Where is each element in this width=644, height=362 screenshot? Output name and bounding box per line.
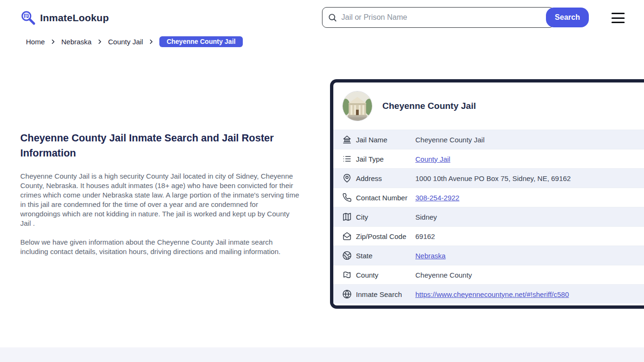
row-label: Jail Type xyxy=(356,155,415,163)
chevron-right-icon xyxy=(148,39,154,45)
chevron-right-icon xyxy=(97,39,103,45)
info-row: County Cheyenne County xyxy=(333,265,644,284)
hamburger-menu-icon[interactable] xyxy=(611,13,625,23)
row-value: 1000 10th Avenue PO Box 75, Sidney, NE, … xyxy=(415,174,571,182)
row-value-link[interactable]: County Jail xyxy=(415,155,450,163)
row-label: Jail Name xyxy=(356,136,415,144)
info-row: Address 1000 10th Avenue PO Box 75, Sidn… xyxy=(333,168,644,188)
page: InmateLookup Search Home Nebraska County… xyxy=(0,0,644,362)
magnifier-document-icon xyxy=(20,10,36,25)
jail-card-title: Cheyenne County Jail xyxy=(382,101,476,111)
row-label: Address xyxy=(356,174,415,182)
page-title: Cheyenne County Jail Inmate Search and J… xyxy=(20,131,303,161)
search-button[interactable]: Search xyxy=(546,8,589,27)
info-row: State Nebraska xyxy=(333,246,644,265)
breadcrumb-link[interactable]: County Jail xyxy=(108,38,143,46)
row-value: Cheyenne County xyxy=(415,271,472,279)
info-row: Jail Name Cheyenne County Jail xyxy=(333,130,644,149)
article: Cheyenne County Jail Inmate Search and J… xyxy=(20,131,303,266)
row-value-link[interactable]: 308-254-2922 xyxy=(415,194,459,202)
jail-building-photo xyxy=(342,91,372,121)
row-label: State xyxy=(356,252,415,260)
landmark-icon xyxy=(342,135,352,144)
county-map-icon xyxy=(342,270,352,280)
breadcrumb: Home Nebraska County Jail Cheyenne Count… xyxy=(26,36,243,47)
row-label: Zip/Postal Code xyxy=(356,232,415,240)
list-icon xyxy=(342,154,352,164)
row-label: Inmate Search xyxy=(356,290,415,298)
row-value: Sidney xyxy=(415,213,437,221)
info-row: Inmate Search https://www.cheyennecounty… xyxy=(333,284,644,304)
footer-strip xyxy=(0,347,644,362)
mail-open-icon xyxy=(342,231,352,241)
row-label: County xyxy=(356,271,415,279)
row-value-link[interactable]: Nebraska xyxy=(415,252,446,260)
intro-paragraph: Cheyenne County Jail is a high security … xyxy=(20,172,299,228)
brand-logo[interactable]: InmateLookup xyxy=(20,10,109,25)
info-row: Zip/Postal Code 69162 xyxy=(333,226,644,246)
summary-paragraph: Below we have given information about th… xyxy=(20,238,299,256)
jail-info-table: Jail Name Cheyenne County Jail Jail Type… xyxy=(333,130,644,304)
globe-icon xyxy=(342,289,352,299)
search-input[interactable] xyxy=(322,7,554,28)
jail-card-header: Cheyenne County Jail xyxy=(333,82,644,130)
map-pin-icon xyxy=(342,173,352,183)
search-bar: Search xyxy=(322,7,589,28)
chevron-right-icon xyxy=(50,39,56,45)
brand-name: InmateLookup xyxy=(40,12,109,24)
info-row: City Sidney xyxy=(333,207,644,226)
row-label: City xyxy=(356,213,415,221)
earth-icon xyxy=(342,251,352,260)
jail-info-card: Cheyenne County Jail Jail Name Cheyenne … xyxy=(330,79,644,309)
map-icon xyxy=(342,212,352,222)
info-row: Contact Number 308-254-2922 xyxy=(333,188,644,207)
row-label: Contact Number xyxy=(356,194,415,202)
row-value: Cheyenne County Jail xyxy=(415,136,485,144)
breadcrumb-link[interactable]: Home xyxy=(26,38,45,46)
phone-icon xyxy=(342,193,352,202)
info-row: Jail Type County Jail xyxy=(333,149,644,168)
breadcrumb-current-badge: Cheyenne County Jail xyxy=(159,36,242,47)
row-value-link[interactable]: https://www.cheyennecountyne.net/#!sheri… xyxy=(415,290,569,298)
breadcrumb-link[interactable]: Nebraska xyxy=(61,38,91,46)
row-value: 69162 xyxy=(415,232,435,240)
